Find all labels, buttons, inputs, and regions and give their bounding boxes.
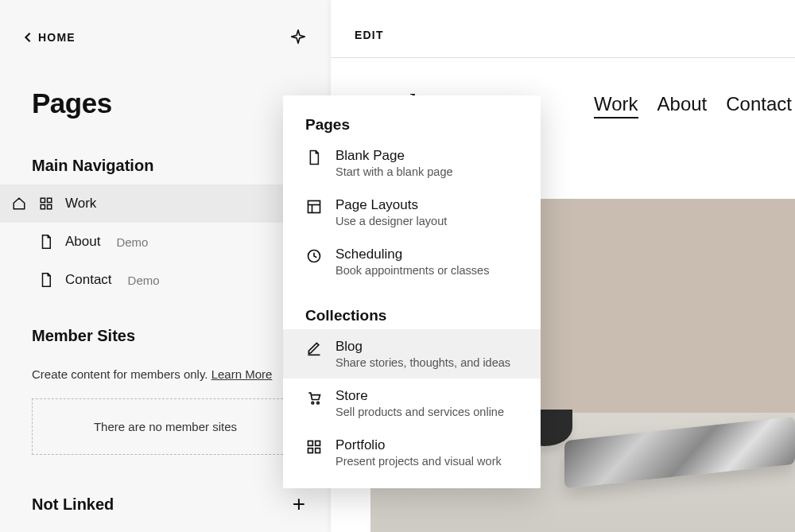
popover-item-subtitle: Use a designer layout [335, 215, 447, 227]
popover-item-subtitle: Present projects and visual work [335, 455, 502, 468]
popover-item-title: Portfolio [335, 437, 502, 453]
collection-grid-icon [38, 196, 54, 211]
home-icon [11, 196, 27, 211]
empty-state-text: There are no member sites [94, 420, 237, 433]
demo-badge: Demo [116, 235, 148, 249]
popover-item-portfolio[interactable]: Portfolio Present projects and visual wo… [283, 428, 541, 477]
popover-item-title: Store [335, 388, 504, 404]
main-navigation-header: Main Navigation + [0, 129, 331, 184]
svg-rect-3 [48, 205, 52, 209]
member-sites-description: Create content for members only. Learn M… [0, 355, 331, 381]
popover-item-subtitle: Book appointments or classes [335, 264, 489, 277]
sidebar: HOME Pages Main Navigation + Work About … [0, 0, 331, 532]
add-page-popover: Pages Blank Page Start with a blank page… [283, 95, 541, 488]
site-nav-contact[interactable]: Contact [726, 93, 792, 118]
not-linked-title: Not Linked [32, 495, 114, 514]
demo-badge: Demo [128, 274, 160, 287]
member-sites-empty-state: There are no member sites [32, 398, 299, 455]
cart-icon [305, 388, 323, 406]
popover-item-store[interactable]: Store Sell products and services online [283, 379, 541, 428]
popover-pages-heading: Pages [283, 95, 541, 138]
svg-rect-0 [41, 198, 45, 202]
layout-icon [305, 197, 323, 215]
svg-rect-11 [308, 441, 313, 446]
pen-icon [305, 339, 323, 356]
sparkle-icon[interactable] [289, 29, 307, 46]
chevron-left-icon [24, 32, 32, 43]
nav-item-contact[interactable]: Contact Demo [0, 261, 331, 299]
svg-point-9 [312, 402, 314, 404]
nav-item-label: Work [65, 196, 96, 212]
popover-item-title: Scheduling [335, 247, 489, 262]
main-navigation-list: Work About Demo Contact Demo [0, 184, 331, 299]
popover-item-subtitle: Share stories, thoughts, and ideas [335, 356, 510, 369]
popover-item-title: Blog [335, 339, 510, 355]
pages-title: Pages [0, 46, 331, 129]
page-icon [38, 272, 54, 288]
svg-rect-14 [316, 449, 320, 453]
main-navigation-title: Main Navigation [32, 157, 153, 175]
svg-rect-13 [308, 449, 313, 453]
svg-point-10 [317, 402, 320, 404]
clock-icon [305, 247, 323, 264]
member-sites-title: Member Sites [32, 327, 135, 345]
nav-item-label: Contact [65, 272, 112, 288]
svg-rect-12 [316, 441, 320, 446]
home-label: HOME [38, 31, 76, 44]
popover-item-subtitle: Start with a blank page [335, 165, 453, 178]
popover-collections-heading: Collections [283, 286, 541, 329]
svg-rect-4 [308, 201, 320, 213]
popover-item-subtitle: Sell products and services online [335, 406, 504, 418]
home-link[interactable]: HOME [24, 31, 76, 44]
member-sites-desc-text: Create content for members only. [32, 367, 207, 381]
nav-item-about[interactable]: About Demo [0, 223, 331, 261]
member-sites-header: Member Sites + [0, 299, 331, 355]
popover-item-page-layouts[interactable]: Page Layouts Use a designer layout [283, 188, 541, 237]
learn-more-link[interactable]: Learn More [211, 367, 273, 381]
popover-item-title: Blank Page [335, 148, 453, 164]
popover-item-title: Page Layouts [335, 197, 447, 213]
svg-rect-2 [41, 205, 45, 209]
preview-topbar: EDIT [331, 0, 795, 58]
svg-rect-1 [48, 198, 52, 202]
edit-button[interactable]: EDIT [355, 29, 384, 41]
sidebar-top-bar: HOME [0, 0, 331, 46]
site-nav-about[interactable]: About [657, 93, 708, 118]
popover-item-blog[interactable]: Blog Share stories, thoughts, and ideas [283, 329, 541, 379]
site-nav: Work About Contact [594, 93, 795, 118]
nav-item-work[interactable]: Work [0, 184, 331, 223]
nav-item-label: About [65, 234, 100, 250]
page-icon [305, 148, 323, 165]
not-linked-header: Not Linked + [0, 455, 331, 523]
site-nav-work[interactable]: Work [594, 93, 638, 118]
popover-item-scheduling[interactable]: Scheduling Book appointments or classes [283, 237, 541, 286]
popover-item-blank-page[interactable]: Blank Page Start with a blank page [283, 138, 541, 188]
collection-grid-icon [305, 437, 323, 455]
page-icon [38, 234, 54, 250]
add-not-linked-button[interactable]: + [288, 493, 310, 515]
